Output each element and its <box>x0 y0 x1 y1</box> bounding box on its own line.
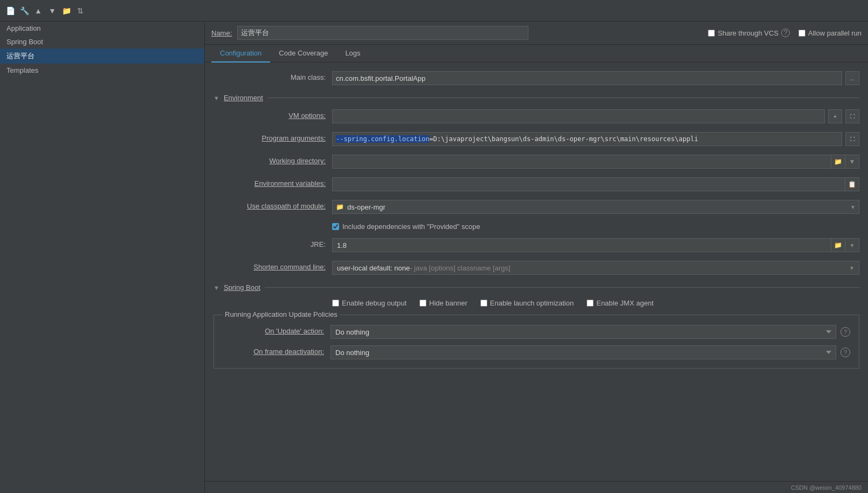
shorten-cmdline-control: user-local default: none - java [options… <box>332 261 859 275</box>
enable-jmx-checkbox[interactable] <box>587 300 594 307</box>
on-frame-select[interactable]: Do nothing <box>330 345 836 359</box>
working-dir-row: Working directory: 📁 ▼ <box>213 155 859 170</box>
working-dir-folder-btn[interactable]: 📁 <box>831 155 845 168</box>
vm-options-input[interactable] <box>332 109 825 123</box>
env-vars-row: Environment variables: 📋 <box>213 177 859 192</box>
on-update-help-icon[interactable]: ? <box>841 327 850 337</box>
main-class-browse-btn[interactable]: ... <box>845 71 859 85</box>
program-args-row: Program arguments: --spring.config.locat… <box>213 132 859 147</box>
toolbar: 📄 🔧 ▲ ▼ 📁 ⇅ <box>0 0 868 22</box>
arrow-down-icon[interactable]: ▼ <box>46 5 58 17</box>
enable-debug-label: Enable debug output <box>342 299 407 307</box>
vm-options-row: VM options: + ⛶ <box>213 109 859 124</box>
main-layout: Application Spring Boot 运营平台 Templates N… <box>0 22 868 493</box>
shorten-cmdline-value: user-local default: none <box>337 264 410 272</box>
on-update-select[interactable]: Do nothing <box>330 325 836 339</box>
shorten-cmdline-hint: - java [options] classname [args] <box>410 264 510 272</box>
hide-banner-checkbox[interactable] <box>419 300 426 307</box>
shorten-cmdline-row: Shorten command line: user-local default… <box>213 261 859 276</box>
main-class-row: Main class: ... <box>213 71 859 86</box>
allow-parallel-label: Allow parallel run <box>808 29 862 37</box>
hide-banner-label: Hide banner <box>429 299 467 307</box>
vm-options-expand-btn[interactable]: + <box>828 109 842 123</box>
vm-options-fullscreen-btn[interactable]: ⛶ <box>845 109 859 123</box>
env-vars-control: 📋 <box>332 177 859 191</box>
env-vars-input[interactable] <box>333 179 845 190</box>
working-dir-input-group: 📁 ▼ <box>332 155 859 169</box>
tab-logs[interactable]: Logs <box>336 45 369 63</box>
name-input[interactable] <box>237 26 528 40</box>
right-panel: Name: Share through VCS ? Allow parallel… <box>205 22 868 493</box>
classpath-label: Use classpath of module: <box>213 200 332 210</box>
shorten-cmdline-select[interactable]: user-local default: none - java [options… <box>332 261 859 275</box>
on-update-control: Do nothing ? <box>330 325 850 339</box>
vm-options-label: VM options: <box>213 109 332 120</box>
tab-code-coverage[interactable]: Code Coverage <box>270 45 336 63</box>
folder-icon[interactable]: 📁 <box>60 5 72 17</box>
main-class-input[interactable] <box>332 71 842 85</box>
module-name-label: ds-oper-mgr <box>347 203 847 211</box>
enable-debug-checkbox[interactable] <box>332 300 339 307</box>
file-icon[interactable]: 📄 <box>4 5 16 17</box>
working-dir-label: Working directory: <box>213 155 332 165</box>
enable-debug-item: Enable debug output <box>332 299 407 307</box>
env-vars-input-group: 📋 <box>332 177 859 191</box>
share-vcs-label: Share through VCS <box>718 29 779 37</box>
main-class-label: Main class: <box>213 71 332 81</box>
working-dir-input[interactable] <box>333 156 831 168</box>
on-frame-control: Do nothing ? <box>330 345 850 359</box>
allow-parallel-checkbox[interactable] <box>798 30 805 37</box>
jre-dropdown-btn[interactable]: ▼ <box>845 239 859 252</box>
jre-folder-btn[interactable]: 📁 <box>831 239 845 252</box>
environment-collapse-icon[interactable]: ▼ <box>213 95 219 101</box>
jre-input-group: 1.8 📁 ▼ <box>332 238 859 252</box>
on-frame-row: On frame deactivation: Do nothing ? <box>223 345 850 360</box>
sidebar-item-spring-boot[interactable]: Spring Boot <box>0 35 204 48</box>
enable-jmx-label: Enable JMX agent <box>596 299 653 307</box>
sidebar-item-templates[interactable]: Templates <box>0 64 204 77</box>
arrow-up-icon[interactable]: ▲ <box>32 5 44 17</box>
working-dir-dropdown-btn[interactable]: ▼ <box>845 155 859 168</box>
classpath-control: 📁 ds-oper-mgr ▼ <box>332 200 859 214</box>
program-args-display: --spring.config.location=D:\javaproject\… <box>332 132 842 146</box>
enable-launch-label: Enable launch optimization <box>490 299 574 307</box>
tabs-row: Configuration Code Coverage Logs <box>205 45 868 63</box>
status-bar: CSDN @weixin_40974880 <box>205 481 868 493</box>
name-label: Name: <box>211 29 232 37</box>
on-update-row: On 'Update' action: Do nothing ? <box>223 325 850 340</box>
sidebar: Application Spring Boot 运营平台 Templates <box>0 22 205 493</box>
spring-boot-section-divider: ▼ Spring Boot <box>213 283 859 291</box>
include-deps-checkbox[interactable] <box>332 223 339 230</box>
program-args-expand-btn[interactable]: ⛶ <box>845 132 859 146</box>
settings-icon[interactable]: 🔧 <box>18 5 30 17</box>
enable-jmx-item: Enable JMX agent <box>587 299 653 307</box>
classpath-row: Use classpath of module: 📁 ds-oper-mgr ▼ <box>213 200 859 215</box>
header-row: Name: Share through VCS ? Allow parallel… <box>205 22 868 45</box>
content-area: Main class: ... ▼ Environment VM options… <box>205 63 868 481</box>
enable-launch-checkbox[interactable] <box>480 300 487 307</box>
header-options: Share through VCS ? Allow parallel run <box>708 29 862 37</box>
module-folder-icon: 📁 <box>336 203 344 211</box>
sort-icon[interactable]: ⇅ <box>74 5 86 17</box>
on-frame-help-icon[interactable]: ? <box>841 348 850 357</box>
spring-boot-collapse-icon[interactable]: ▼ <box>213 284 219 291</box>
env-vars-edit-btn[interactable]: 📋 <box>845 178 859 191</box>
share-vcs-checkbox[interactable] <box>708 30 715 37</box>
sidebar-item-application[interactable]: Application <box>0 22 204 35</box>
share-vcs-group: Share through VCS ? <box>708 29 790 37</box>
vm-options-control: + ⛶ <box>332 109 859 123</box>
shorten-cmdline-label: Shorten command line: <box>213 261 332 271</box>
module-select-wrapper[interactable]: 📁 ds-oper-mgr ▼ <box>332 200 859 214</box>
on-frame-label: On frame deactivation: <box>223 345 330 356</box>
status-credit: CSDN @weixin_40974880 <box>791 484 862 491</box>
spring-boot-label: Spring Boot <box>224 283 260 291</box>
jre-row: JRE: 1.8 📁 ▼ <box>213 238 859 253</box>
sidebar-item-yunying[interactable]: 运营平台 <box>0 48 204 64</box>
tab-configuration[interactable]: Configuration <box>211 45 270 63</box>
environment-label: Environment <box>224 94 263 102</box>
spring-boot-divider-line <box>265 287 859 288</box>
env-vars-label: Environment variables: <box>213 177 332 188</box>
policies-section: Running Application Update Policies On '… <box>213 315 859 369</box>
share-vcs-help-icon[interactable]: ? <box>781 29 790 37</box>
include-deps-label: Include dependencies with "Provided" sco… <box>342 223 480 231</box>
